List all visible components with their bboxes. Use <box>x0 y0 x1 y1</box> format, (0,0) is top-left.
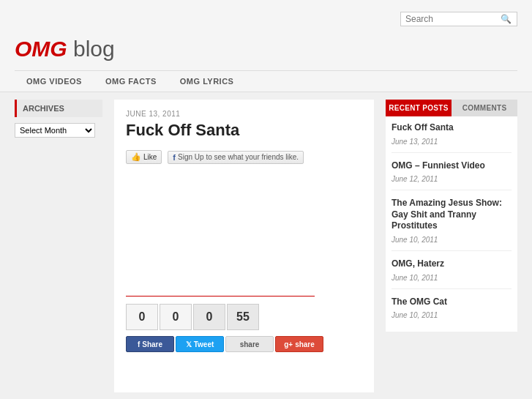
post-title: Fuck Off Santa <box>126 121 362 140</box>
search-bar: 🔍 <box>400 12 517 26</box>
recent-post-link[interactable]: OMG – Funniest Video <box>391 160 512 172</box>
tw-share-icon: 𝕏 <box>186 340 192 348</box>
recent-post-item: Fuck Off Santa June 13, 2011 <box>391 122 512 153</box>
sidebar: ARCHIVES Select Month <box>15 100 102 392</box>
share-count-2: 0 <box>193 304 225 330</box>
share-gplus-button[interactable]: g+ share <box>275 336 323 352</box>
fb-signup-text: Sign Up to see what your friends like. <box>178 153 299 161</box>
recent-post-item: The OMG Cat June 10, 2011 <box>391 297 512 327</box>
nav-item-facts[interactable]: OMG FACTS <box>94 71 168 92</box>
nav-item-lyrics[interactable]: OMG LYRICS <box>168 71 246 92</box>
main-nav: OMG VIDEOS OMG FACTS OMG LYRICS <box>15 70 517 92</box>
fb-thumb-icon: 👍 <box>131 152 141 162</box>
fb-like-label: Like <box>143 153 157 161</box>
recent-post-date: June 12, 2011 <box>391 175 438 183</box>
logo-omg: OMG <box>15 37 67 61</box>
tab-recent-posts[interactable]: RECENT POSTS <box>386 100 452 116</box>
share-fb-button[interactable]: f Share <box>126 336 174 352</box>
recent-post-link[interactable]: OMG, Haterz <box>391 258 512 270</box>
share-fb-label: Share <box>142 340 162 348</box>
recent-post-item: OMG, Haterz June 10, 2011 <box>391 258 512 289</box>
post-body-spacer <box>126 179 362 281</box>
fb-like-button[interactable]: 👍 Like <box>126 150 162 164</box>
share-gplus-label: share <box>295 340 315 348</box>
fb-signup-button[interactable]: f Sign Up to see what your friends like. <box>168 151 304 164</box>
search-icon: 🔍 <box>501 14 512 24</box>
share-counts: 0 0 0 55 <box>126 304 362 330</box>
share-count-1: 0 <box>160 304 192 330</box>
recent-post-link[interactable]: The OMG Cat <box>391 297 512 308</box>
nav-item-videos[interactable]: OMG VIDEOS <box>15 71 94 92</box>
fb-bar: 👍 Like f Sign Up to see what your friend… <box>126 147 362 167</box>
gplus-icon: g+ <box>284 340 293 348</box>
share-count-3: 55 <box>227 304 259 330</box>
logo: OMG blog <box>15 31 517 70</box>
logo-blog: blog <box>67 37 115 61</box>
share-buttons: f Share 𝕏 Tweet share g+ share <box>126 336 362 352</box>
tab-comments[interactable]: COMMENTS <box>452 100 517 116</box>
recent-post-date: June 10, 2011 <box>391 274 438 282</box>
share-generic-label: share <box>240 340 260 348</box>
share-count-0: 0 <box>126 304 158 330</box>
recent-post-date: June 13, 2011 <box>391 138 438 146</box>
fb-share-icon: f <box>138 340 140 348</box>
post-date: JUNE 13, 2011 <box>126 110 362 118</box>
month-select[interactable]: Select Month <box>15 123 95 138</box>
post-divider <box>126 296 315 297</box>
recent-post-item: The Amazing Jesus Show: Gay Shit and Tra… <box>391 198 512 251</box>
post-content: JUNE 13, 2011 Fuck Off Santa 👍 Like f Si… <box>114 100 374 392</box>
recent-post-link[interactable]: The Amazing Jesus Show: Gay Shit and Tra… <box>391 198 512 232</box>
share-tw-label: Tweet <box>194 340 214 348</box>
right-sidebar: RECENT POSTS COMMENTS Fuck Off Santa Jun… <box>386 100 517 392</box>
share-generic-button[interactable]: share <box>225 336 274 352</box>
recent-post-date: June 10, 2011 <box>391 236 438 244</box>
recent-posts-list: Fuck Off Santa June 13, 2011 OMG – Funni… <box>386 116 517 332</box>
recent-post-date: June 10, 2011 <box>391 311 438 319</box>
sidebar-tabs: RECENT POSTS COMMENTS <box>386 100 517 116</box>
fb-icon: f <box>173 153 176 162</box>
search-input[interactable] <box>405 14 501 24</box>
recent-post-item: OMG – Funniest Video June 12, 2011 <box>391 160 512 191</box>
share-tw-button[interactable]: 𝕏 Tweet <box>176 336 224 352</box>
archives-label: ARCHIVES <box>15 100 102 117</box>
recent-post-link[interactable]: Fuck Off Santa <box>391 122 512 134</box>
